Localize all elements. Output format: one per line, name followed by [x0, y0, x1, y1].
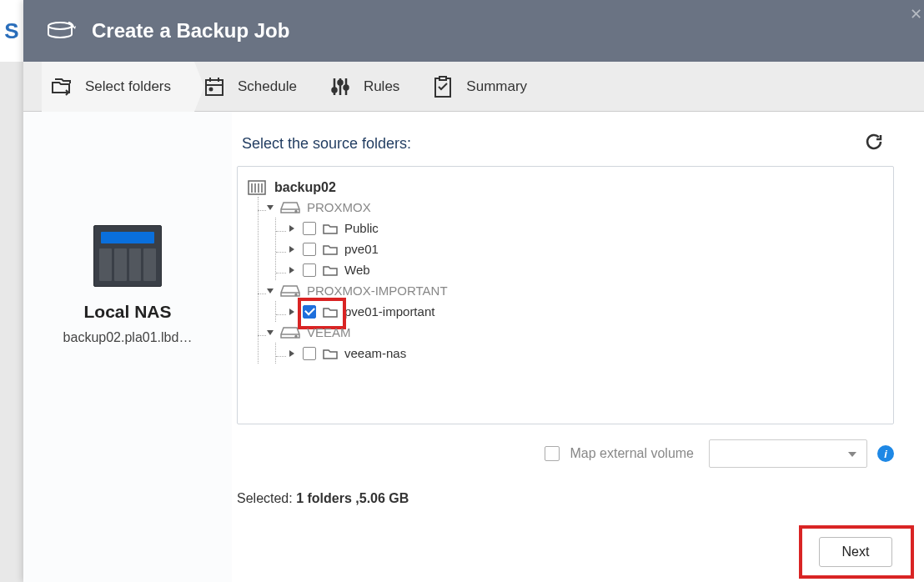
item-label: pve01-important [344, 304, 434, 319]
map-volume-row: Map external volume i [237, 439, 894, 468]
expand-caret-icon[interactable] [289, 350, 294, 357]
expand-caret-icon[interactable] [267, 330, 274, 335]
expand-caret-icon[interactable] [289, 225, 294, 232]
nas-device-image [93, 225, 162, 287]
step-rules[interactable]: Rules [320, 62, 423, 112]
tree-item[interactable]: veeam-nas [276, 343, 883, 364]
folder-icon [323, 306, 338, 318]
folder-icon [323, 348, 338, 359]
next-button[interactable]: Next [819, 537, 892, 567]
step-label: Select folders [85, 78, 171, 95]
svg-rect-14 [249, 181, 265, 194]
folder-tree: backup02 PROXMOX [237, 166, 894, 424]
step-schedule[interactable]: Schedule [194, 62, 320, 112]
group-label: PROXMOX [307, 200, 371, 214]
nas-hostname: backup02.pla01.lbd… [63, 330, 193, 345]
step-select-folders[interactable]: Select folders [42, 62, 194, 112]
info-icon[interactable]: i [877, 445, 894, 462]
backup-job-icon [43, 19, 77, 43]
step-label: Summary [466, 78, 527, 95]
tree-root-label: backup02 [274, 180, 336, 195]
map-external-select[interactable] [709, 439, 867, 468]
folders-icon [50, 75, 73, 98]
nas-title: Local NAS [83, 302, 171, 322]
map-external-checkbox[interactable] [545, 446, 560, 461]
tree-item[interactable]: pve01 [276, 238, 883, 259]
server-icon [248, 180, 266, 195]
group-label: VEEAM [307, 325, 351, 339]
refresh-icon[interactable] [864, 132, 884, 152]
title-bar: Create a Backup Job ✕ [23, 0, 924, 62]
folder-checkbox[interactable] [303, 263, 316, 277]
tree-item[interactable]: pve01-important [276, 301, 883, 322]
tree-group-header[interactable]: PROXMOX-IMPORTANT [259, 280, 883, 301]
svg-point-11 [344, 85, 348, 89]
folder-icon [323, 243, 338, 255]
summary-icon [431, 75, 454, 98]
modal-window: Create a Backup Job ✕ Select folders Sch… [23, 0, 924, 582]
volume-icon [280, 284, 300, 298]
tree-group: PROXMOX Public [259, 197, 883, 280]
left-strip: S [0, 0, 23, 62]
svg-point-10 [338, 80, 342, 84]
modal-title: Create a Backup Job [92, 19, 289, 43]
footer: Next [819, 537, 892, 567]
item-label: pve01 [344, 242, 379, 256]
right-panel: Select the source folders: backup02 [232, 112, 924, 582]
svg-rect-1 [206, 80, 223, 95]
tree-group: PROXMOX-IMPORTANT pve01-important [259, 280, 883, 322]
volume-icon [280, 201, 300, 214]
svg-point-22 [295, 294, 297, 295]
expand-caret-icon[interactable] [289, 309, 294, 315]
item-label: Public [344, 221, 379, 235]
svg-point-24 [295, 335, 297, 337]
svg-point-20 [295, 210, 297, 212]
group-label: PROXMOX-IMPORTANT [307, 283, 448, 298]
tree-item[interactable]: Web [276, 259, 883, 280]
left-panel: Local NAS backup02.pla01.lbd… [23, 112, 232, 582]
tree-group-header[interactable]: VEEAM [259, 322, 883, 343]
tree-item[interactable]: Public [276, 218, 883, 238]
folder-checkbox[interactable] [303, 347, 316, 360]
selected-summary: Selected: 1 folders ,5.06 GB [237, 491, 894, 506]
section-title: Select the source folders: [242, 135, 894, 153]
content-area: Local NAS backup02.pla01.lbd… Select the… [23, 112, 924, 582]
calendar-icon [203, 75, 226, 98]
expand-caret-icon[interactable] [267, 205, 274, 210]
map-external-label: Map external volume [570, 446, 694, 461]
svg-rect-13 [439, 77, 446, 80]
item-label: veeam-nas [344, 346, 406, 360]
volume-icon [280, 326, 300, 339]
close-icon[interactable]: ✕ [910, 5, 922, 23]
folder-checkbox[interactable] [303, 305, 316, 319]
tree-group-header[interactable]: PROXMOX [259, 197, 883, 218]
expand-caret-icon[interactable] [267, 288, 274, 294]
tree-root[interactable]: backup02 [248, 178, 883, 197]
folder-checkbox[interactable] [303, 222, 316, 235]
folder-icon [323, 223, 338, 234]
expand-caret-icon[interactable] [289, 246, 294, 253]
step-summary[interactable]: Summary [423, 62, 550, 112]
step-label: Rules [364, 78, 399, 95]
tree-group: VEEAM veeam-nas [259, 322, 883, 364]
folder-icon [323, 264, 338, 276]
svg-point-5 [210, 88, 213, 90]
item-label: Web [344, 263, 370, 277]
folder-checkbox[interactable] [303, 243, 316, 256]
expand-caret-icon[interactable] [289, 267, 294, 273]
sliders-icon [329, 75, 352, 98]
svg-point-9 [332, 88, 336, 92]
wizard-steps: Select folders Schedule Rules [23, 62, 924, 112]
step-label: Schedule [238, 78, 297, 95]
